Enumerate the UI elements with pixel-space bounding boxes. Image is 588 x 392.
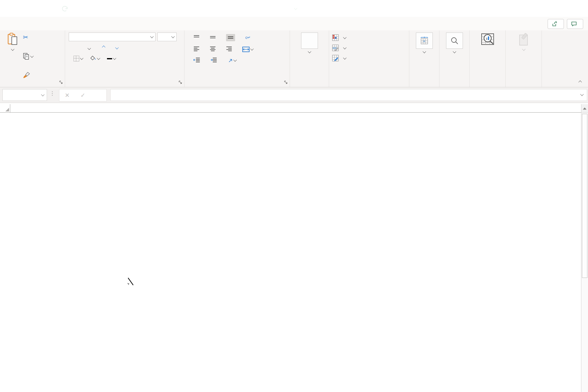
expand-formula-bar-icon[interactable] (580, 92, 583, 96)
customize-quick-access-icon[interactable] (98, 5, 106, 12)
sensitivity-dropdown-icon[interactable] (522, 47, 525, 51)
alignment-dialog-launcher[interactable] (284, 80, 288, 86)
group-editing (439, 30, 469, 87)
increase-indent-button[interactable] (210, 58, 217, 64)
scrollbar-thumb[interactable] (582, 114, 587, 278)
redo-icon[interactable] (61, 5, 69, 12)
select-all-icon (5, 108, 9, 111)
close-button[interactable] (573, 0, 588, 17)
copy-button[interactable] (23, 53, 33, 60)
group-sensitivity (505, 30, 542, 87)
font-name-select[interactable] (69, 33, 156, 41)
formula-bar: ✕ ✓ (0, 87, 588, 103)
font-color-icon (107, 58, 112, 59)
share-button[interactable] (548, 19, 564, 29)
cells-button[interactable] (410, 33, 438, 53)
copy-dropdown-icon[interactable] (30, 54, 33, 58)
title-bar (0, 0, 588, 17)
ribbon: ✂ (0, 30, 588, 87)
sensitivity-icon (517, 33, 530, 46)
ribbon-spacer (542, 30, 588, 87)
paste-icon (7, 33, 19, 46)
format-as-table-button[interactable] (332, 43, 408, 53)
fill-color-button[interactable] (90, 56, 100, 62)
align-left-button[interactable] (193, 46, 200, 52)
ribbon-tab-row (0, 17, 588, 30)
font-dialog-launcher[interactable] (178, 80, 182, 86)
borders-icon (74, 56, 79, 61)
number-dropdown-icon[interactable] (308, 50, 311, 53)
decrease-indent-button[interactable] (193, 58, 200, 64)
avatar[interactable] (490, 0, 509, 17)
clipboard-dialog-launcher[interactable] (59, 80, 63, 86)
borders-dropdown-icon[interactable] (80, 56, 83, 60)
cell-styles-button[interactable] (332, 53, 408, 63)
ribbon-display-options-icon[interactable] (527, 0, 544, 17)
window-title[interactable] (291, 8, 297, 9)
align-bottom-button[interactable] (226, 34, 235, 41)
format-as-table-dropdown-icon[interactable] (343, 46, 346, 49)
copy-icon (23, 53, 30, 60)
orientation-button[interactable] (227, 58, 236, 63)
font-size-select[interactable] (157, 33, 177, 41)
editing-button[interactable] (441, 33, 468, 53)
analyze-data-icon (480, 33, 495, 47)
analyze-data-button[interactable] (471, 33, 504, 48)
align-center-button[interactable] (210, 46, 216, 52)
font-color-dropdown-icon[interactable] (113, 56, 116, 60)
underline-dropdown-icon[interactable] (87, 46, 91, 50)
merge-dropdown-icon[interactable] (250, 47, 253, 50)
scroll-up-icon (583, 107, 586, 110)
excel-window: ✂ (0, 0, 588, 392)
name-box[interactable] (2, 89, 47, 101)
font-color-button[interactable] (107, 58, 116, 59)
cell-styles-dropdown-icon[interactable] (343, 56, 346, 59)
cut-button[interactable]: ✂ (23, 34, 33, 41)
whats-new-icon[interactable] (509, 0, 527, 17)
merge-center-button[interactable] (242, 47, 253, 52)
comments-button[interactable] (567, 19, 583, 29)
save-icon[interactable] (30, 5, 38, 12)
paste-dropdown-icon[interactable] (11, 47, 14, 51)
name-box-dropdown-icon[interactable] (41, 93, 44, 96)
align-top-button[interactable] (193, 35, 200, 40)
maximize-button[interactable] (559, 0, 573, 17)
select-all-corner[interactable] (0, 104, 10, 112)
undo-icon[interactable] (46, 5, 54, 12)
grid-rows (0, 113, 581, 392)
column-headers (0, 104, 581, 113)
orientation-dropdown-icon[interactable] (233, 58, 237, 61)
editing-dropdown-icon[interactable] (453, 50, 456, 53)
align-right-button[interactable] (226, 46, 232, 52)
paste-button[interactable] (7, 33, 19, 79)
editing-icon (450, 36, 459, 45)
group-cells (409, 30, 439, 87)
formula-bar-splitter[interactable] (52, 91, 53, 96)
title-dropdown-icon[interactable] (294, 6, 297, 10)
format-painter-button[interactable] (23, 72, 33, 79)
cell-styles-icon (332, 55, 339, 61)
user-name[interactable] (480, 0, 490, 17)
touch-mouse-mode-icon[interactable] (77, 5, 90, 12)
fill-color-dropdown-icon[interactable] (97, 56, 100, 60)
enter-icon[interactable]: ✓ (75, 92, 91, 99)
cancel-icon[interactable]: ✕ (59, 92, 75, 99)
vertical-scrollbar[interactable] (581, 104, 588, 392)
minimize-button[interactable] (544, 0, 559, 17)
borders-button[interactable] (74, 56, 83, 61)
scroll-up-button[interactable] (581, 104, 588, 113)
wrap-text-button[interactable]: c↵ (245, 36, 250, 39)
recording-timer-badge (568, 385, 588, 392)
number-format-button[interactable] (291, 33, 328, 53)
conditional-formatting-button[interactable] (332, 33, 408, 43)
align-middle-button[interactable] (210, 35, 216, 40)
autosave-toggle[interactable] (8, 5, 22, 13)
formula-input[interactable] (110, 89, 587, 101)
underline-button[interactable] (87, 48, 90, 49)
sensitivity-button[interactable] (507, 33, 540, 50)
group-clipboard: ✂ (0, 30, 65, 87)
merge-center-icon (242, 47, 250, 52)
search-icon[interactable] (463, 0, 480, 17)
conditional-formatting-dropdown-icon[interactable] (343, 36, 346, 39)
cells-dropdown-icon[interactable] (423, 50, 426, 53)
